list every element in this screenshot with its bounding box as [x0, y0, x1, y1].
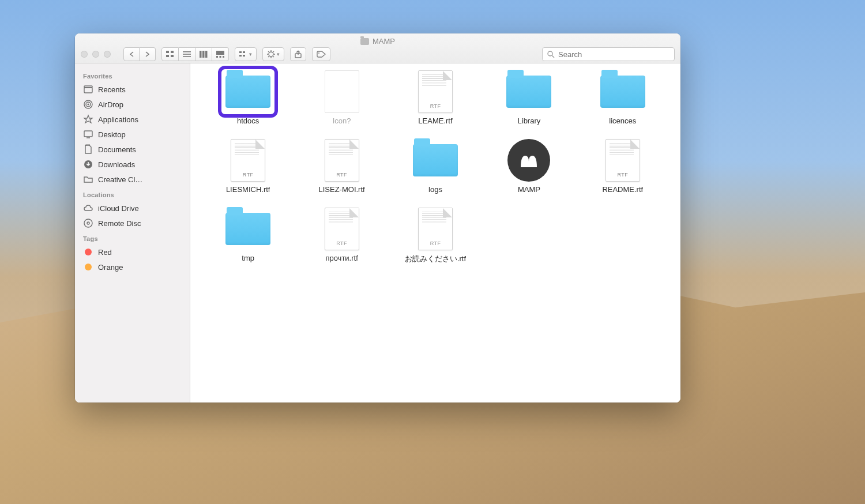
svg-line-30: [552, 55, 554, 58]
search-field[interactable]: [542, 47, 675, 61]
sidebar-section-header: Locations: [75, 187, 190, 201]
svg-rect-9: [205, 51, 208, 58]
sidebar-item-label: AirDrop: [98, 100, 123, 109]
tags-button[interactable]: [312, 47, 330, 61]
file-item[interactable]: htdocs: [205, 72, 291, 125]
close-button[interactable]: [81, 51, 88, 58]
file-label: logs: [428, 185, 442, 194]
desktop-icon: [83, 129, 93, 140]
svg-point-35: [88, 104, 89, 106]
tag-icon: [83, 247, 93, 257]
file-label: прочти.rtf: [325, 254, 358, 262]
svg-line-25: [273, 51, 274, 52]
svg-rect-0: [166, 51, 169, 53]
sidebar-section-header: Tags: [75, 231, 190, 245]
blank-file-icon: [318, 72, 366, 112]
back-button[interactable]: [123, 47, 140, 61]
sidebar-item-label: Documents: [98, 145, 136, 154]
rtf-file-icon: RTF: [318, 140, 366, 180]
rtf-file-icon: RTF: [318, 209, 366, 249]
file-item[interactable]: licences: [580, 72, 666, 125]
svg-rect-32: [84, 86, 92, 88]
sidebar-item-label: Remote Disc: [98, 219, 141, 228]
file-label: LEAME.rtf: [418, 116, 452, 125]
minimize-button[interactable]: [92, 51, 99, 58]
svg-line-23: [268, 51, 269, 52]
file-item[interactable]: RTFпрочти.rtf: [299, 209, 385, 264]
svg-rect-31: [84, 88, 92, 93]
sidebar-item-recents[interactable]: Recents: [75, 82, 190, 97]
zoom-button[interactable]: [104, 51, 111, 58]
sidebar-item-label: Desktop: [98, 130, 126, 139]
file-item[interactable]: Library: [486, 72, 572, 125]
sidebar-item-applications[interactable]: Applications: [75, 112, 190, 127]
sidebar-item-red[interactable]: Red: [75, 245, 190, 259]
svg-rect-4: [183, 51, 191, 52]
file-label: Icon?: [333, 116, 351, 125]
share-button[interactable]: [290, 47, 306, 61]
file-item[interactable]: logs: [392, 140, 479, 194]
search-input[interactable]: [558, 50, 670, 59]
forward-button[interactable]: [140, 47, 156, 61]
rtf-file-icon: RTF: [599, 140, 647, 180]
action-button[interactable]: ▾: [262, 47, 284, 61]
svg-rect-16: [239, 55, 242, 57]
file-label: お読みください.rtf: [405, 254, 466, 264]
column-view-button[interactable]: [195, 47, 212, 61]
file-item[interactable]: Icon?: [299, 72, 385, 125]
file-item[interactable]: RTFLEAME.rtf: [392, 72, 479, 125]
file-item[interactable]: RTFLIESMICH.rtf: [205, 140, 291, 194]
sidebar-item-downloads[interactable]: Downloads: [75, 157, 190, 172]
sidebar-item-label: Orange: [98, 263, 123, 272]
file-label: MAMP: [518, 185, 540, 194]
sidebar-item-desktop[interactable]: Desktop: [75, 127, 190, 142]
sidebar-item-creative-cl-[interactable]: Creative Cl…: [75, 172, 190, 187]
sidebar-item-icloud-drive[interactable]: iCloud Drive: [75, 201, 190, 216]
folder-icon: [411, 140, 460, 180]
file-label: tmp: [242, 254, 254, 262]
svg-line-24: [273, 56, 274, 57]
file-label: Library: [518, 116, 541, 125]
svg-rect-10: [216, 51, 224, 55]
tag-icon: [83, 262, 93, 272]
file-label: LIESMICH.rtf: [226, 185, 270, 194]
icon-view-button[interactable]: [161, 47, 179, 61]
window-title: MAMP: [75, 37, 680, 46]
svg-rect-36: [84, 131, 92, 137]
file-label: LISEZ-MOI.rtf: [319, 185, 365, 194]
file-label: htdocs: [237, 116, 259, 125]
svg-point-39: [84, 219, 92, 227]
file-item[interactable]: tmp: [205, 209, 291, 264]
sidebar-item-label: Recents: [98, 85, 126, 94]
file-item[interactable]: MAMP: [486, 140, 572, 194]
sidebar-item-remote-disc[interactable]: Remote Disc: [75, 216, 190, 231]
folder-icon: [224, 72, 272, 112]
recents-icon: [83, 84, 93, 95]
file-content-area[interactable]: htdocsIcon?RTFLEAME.rtfLibrarylicencesRT…: [190, 63, 680, 403]
file-item[interactable]: RTFLISEZ-MOI.rtf: [299, 140, 385, 194]
gallery-view-button[interactable]: [212, 47, 229, 61]
sidebar-section-header: Favorites: [75, 68, 190, 82]
sidebar-item-documents[interactable]: Documents: [75, 142, 190, 157]
file-item[interactable]: RTFお読みください.rtf: [392, 209, 479, 264]
folder-icon: [360, 38, 369, 45]
file-item[interactable]: RTFREADME.rtf: [580, 140, 666, 194]
folder-icon: [224, 209, 272, 249]
airdrop-icon: [83, 99, 93, 110]
window-title-text: MAMP: [373, 37, 395, 46]
folder-icon: [599, 72, 647, 112]
list-view-button[interactable]: [179, 47, 195, 61]
sidebar-item-airdrop[interactable]: AirDrop: [75, 97, 190, 112]
svg-rect-2: [166, 55, 169, 57]
sidebar-item-label: Applications: [98, 115, 138, 124]
rtf-file-icon: RTF: [411, 72, 460, 112]
arrange-button[interactable]: ▾: [235, 47, 257, 61]
svg-point-18: [269, 52, 273, 57]
svg-rect-7: [200, 51, 202, 58]
svg-line-26: [268, 56, 269, 57]
rtf-file-icon: RTF: [224, 140, 272, 180]
documents-icon: [83, 144, 93, 155]
applications-icon: [83, 114, 93, 125]
sidebar-item-orange[interactable]: Orange: [75, 259, 190, 274]
rtf-file-icon: RTF: [411, 209, 460, 249]
